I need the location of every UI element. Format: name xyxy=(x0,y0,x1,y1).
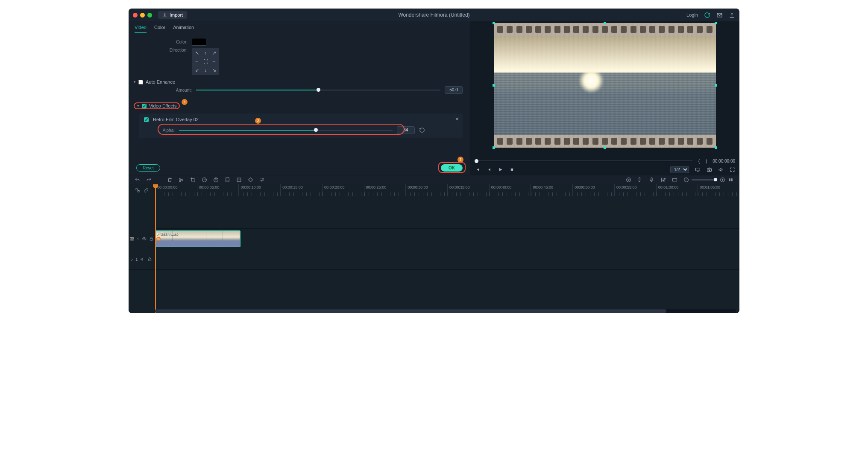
overlay-track-area[interactable] xyxy=(155,196,739,229)
color-icon[interactable] xyxy=(213,177,219,183)
amount-slider[interactable] xyxy=(196,89,440,91)
ruler-tick: 00:00:20:00 xyxy=(322,184,364,196)
link-icon[interactable] xyxy=(144,188,149,193)
preview-scale-select[interactable]: 1/2 xyxy=(670,166,689,173)
dir-w-icon[interactable]: ← xyxy=(193,58,201,65)
dir-sw-icon[interactable]: ↙ xyxy=(193,66,201,74)
svg-rect-28 xyxy=(150,239,152,240)
video-effects-checkbox[interactable] xyxy=(142,104,147,108)
undo-icon[interactable] xyxy=(135,177,140,183)
ok-button[interactable]: OK xyxy=(441,164,463,172)
ruler-tick: 00:00:10:00 xyxy=(238,184,280,196)
import-button[interactable]: Import xyxy=(158,11,187,19)
svg-rect-2 xyxy=(696,168,700,171)
fullscreen-icon[interactable] xyxy=(730,167,735,172)
reset-button[interactable]: Reset xyxy=(136,164,160,172)
auto-enhance-checkbox[interactable] xyxy=(138,80,143,84)
minimize-window-icon[interactable] xyxy=(140,13,145,17)
record-vo-icon[interactable] xyxy=(649,177,654,183)
lock-icon[interactable] xyxy=(149,236,154,241)
empty-track-area[interactable] xyxy=(155,270,739,308)
annotation-badge-2: 2 xyxy=(255,118,261,124)
reset-alpha-icon[interactable] xyxy=(419,127,425,133)
snapshot-icon[interactable] xyxy=(707,167,712,172)
dir-ne-icon[interactable]: ↗ xyxy=(210,49,218,57)
stop-icon[interactable] xyxy=(509,167,515,172)
message-icon[interactable] xyxy=(716,12,723,18)
zoom-slider[interactable] xyxy=(692,179,717,180)
timeline-scrollbar[interactable] xyxy=(155,309,736,313)
auto-enhance-section[interactable]: ▾ Auto Enhance xyxy=(134,79,463,84)
ratio-icon[interactable] xyxy=(672,177,677,183)
auto-enhance-label: Auto Enhance xyxy=(146,79,175,84)
login-button[interactable]: Login xyxy=(686,12,698,17)
volume-icon[interactable] xyxy=(718,167,724,172)
lock-icon[interactable] xyxy=(147,257,152,262)
svg-rect-3 xyxy=(707,169,712,172)
amount-label: Amount: xyxy=(141,88,192,93)
window-controls xyxy=(133,13,152,17)
auto-ripple-icon[interactable] xyxy=(135,188,140,193)
skip-back-icon[interactable] xyxy=(475,167,480,172)
tab-animation[interactable]: Animation xyxy=(173,23,194,33)
keyframe-icon[interactable] xyxy=(248,177,253,183)
playhead[interactable] xyxy=(155,184,156,313)
motion-track-icon[interactable] xyxy=(236,177,242,183)
effect-enable-checkbox[interactable] xyxy=(144,117,149,122)
color-swatch[interactable] xyxy=(192,38,206,46)
zoom-in-icon[interactable] xyxy=(720,177,725,183)
crop-icon[interactable] xyxy=(190,177,196,183)
svg-point-5 xyxy=(179,178,181,179)
video-track-body[interactable]: ▸Sea Video fx xyxy=(155,229,739,249)
alpha-slider[interactable] xyxy=(179,129,393,131)
step-back-icon[interactable] xyxy=(486,167,492,172)
render-icon[interactable] xyxy=(626,177,631,183)
display-icon[interactable] xyxy=(695,167,701,172)
amount-value[interactable]: 50.0 xyxy=(445,86,463,94)
effect-indicator-icon[interactable]: fx xyxy=(156,237,161,241)
ruler-tick: 00:00:55:00 xyxy=(614,184,656,196)
close-window-icon[interactable] xyxy=(133,13,138,17)
play-icon[interactable] xyxy=(498,167,503,172)
marker-icon[interactable] xyxy=(637,177,643,183)
adjust-icon[interactable] xyxy=(259,177,265,183)
dir-s-icon[interactable]: ↓ xyxy=(202,66,209,74)
dir-nw-icon[interactable]: ↖ xyxy=(193,49,201,57)
redo-icon[interactable] xyxy=(146,177,152,183)
delete-icon[interactable] xyxy=(167,177,173,183)
video-effects-section[interactable]: ▾ Video Effects xyxy=(134,102,180,109)
speed-icon[interactable] xyxy=(202,177,207,183)
dir-center-icon[interactable]: ⛶ xyxy=(202,58,209,65)
video-track: 🎬 1 ▸Sea Video fx xyxy=(129,229,739,249)
svg-point-6 xyxy=(179,180,181,182)
remove-effect-button[interactable]: ✕ xyxy=(455,116,459,122)
green-screen-icon[interactable] xyxy=(225,177,230,183)
ruler-tick: 00:00:25:00 xyxy=(364,184,406,196)
dir-n-icon[interactable]: ↑ xyxy=(202,49,209,57)
alpha-value[interactable]: 64 xyxy=(397,126,415,134)
zoom-fit-icon[interactable] xyxy=(728,177,733,183)
audio-track-body[interactable] xyxy=(155,249,739,269)
preview-seekbar[interactable] xyxy=(475,160,693,162)
visibility-icon[interactable] xyxy=(142,236,147,241)
tab-video[interactable]: Video xyxy=(135,23,147,33)
export-icon[interactable] xyxy=(729,12,735,18)
color-label: Color: xyxy=(136,40,188,44)
timeline: 00:00:00:00 00:00:05:00 00:00:10:00 00:0… xyxy=(129,184,739,313)
timeline-ruler[interactable]: 00:00:00:00 00:00:05:00 00:00:10:00 00:0… xyxy=(155,184,739,196)
maximize-window-icon[interactable] xyxy=(147,13,152,17)
svg-rect-25 xyxy=(136,189,138,190)
zoom-out-icon[interactable] xyxy=(683,177,689,183)
video-clip[interactable]: ▸Sea Video fx xyxy=(155,230,240,247)
annotation-badge-1: 1 xyxy=(182,99,188,105)
sync-icon[interactable] xyxy=(704,12,710,18)
mute-icon[interactable] xyxy=(140,257,145,262)
dir-se-icon[interactable]: ↘ xyxy=(210,66,218,74)
mixer-icon[interactable] xyxy=(660,177,666,183)
preview-viewport[interactable] xyxy=(494,23,716,148)
direction-grid[interactable]: ↖↑↗ ←⛶→ ↙↓↘ xyxy=(192,48,219,75)
tab-color[interactable]: Color xyxy=(154,23,165,33)
split-icon[interactable] xyxy=(179,177,184,183)
dir-e-icon[interactable]: → xyxy=(210,58,218,65)
video-track-icon: 🎬 xyxy=(129,237,134,241)
